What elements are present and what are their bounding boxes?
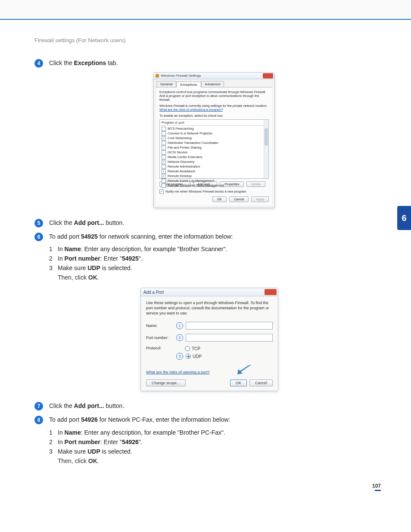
apply-button[interactable]: Apply — [251, 196, 269, 202]
para2a: Windows Firewall is currently using sett… — [159, 104, 268, 108]
substep: 3Make sure UDP is selected. — [49, 264, 381, 271]
dialog-para2: Windows Firewall is currently using sett… — [159, 104, 269, 112]
dialog-para3: To enable an exception, select its check… — [159, 114, 269, 118]
list-item-label: Remote Desktop — [168, 174, 192, 178]
list-item[interactable]: Media Center Extenders — [161, 155, 268, 160]
page-number: 107 — [372, 483, 381, 491]
step-bullet: 4 — [34, 59, 43, 68]
list-item[interactable]: Remote Desktop — [161, 174, 268, 179]
risks-link[interactable]: What are the risks of unblocking a progr… — [159, 108, 223, 112]
notify-checkbox[interactable] — [159, 190, 164, 194]
list-item-label: File and Printer Sharing — [168, 146, 202, 149]
checkbox[interactable] — [162, 184, 166, 188]
checkbox[interactable] — [162, 127, 166, 131]
step-8-then: Then, click OK. — [58, 457, 381, 464]
svg-marker-0 — [237, 365, 251, 374]
step-bullet: 6 — [34, 233, 43, 241]
scroll-thumb[interactable] — [265, 128, 268, 146]
close-icon[interactable] — [265, 289, 277, 295]
marker-2: 2 — [176, 334, 183, 341]
list-item[interactable]: Core Networking — [161, 136, 268, 141]
dialog-footer: OK Cancel Apply — [159, 196, 269, 202]
substep-text: In Name: Enter any description, for exam… — [58, 429, 225, 436]
firewall-settings-dialog: Windows Firewall Settings General Except… — [153, 72, 275, 208]
step-8-text: To add port 54926 for Network PC-Fax, en… — [49, 415, 230, 425]
list-item[interactable]: Connect to a Network Projector — [161, 131, 268, 136]
tab-general[interactable]: General — [156, 81, 176, 87]
step-8-substeps: 1In Name: Enter any description, for exa… — [49, 429, 381, 455]
tab-advanced[interactable]: Advanced — [201, 81, 224, 87]
name-label: Name: — [146, 324, 176, 328]
checkbox[interactable] — [162, 136, 166, 140]
notify-label: Notify me when Windows Firewall blocks a… — [165, 190, 246, 193]
exceptions-listbox[interactable]: Program or port BITS PeercachingConnect … — [159, 119, 269, 179]
list-item[interactable]: Remote Scheduled Tasks Management — [161, 184, 268, 188]
callout-arrow-icon — [237, 365, 251, 374]
dialog-body: Exceptions control how programs communic… — [156, 87, 272, 205]
checkbox[interactable] — [162, 169, 166, 174]
ok-button[interactable]: OK — [230, 380, 247, 386]
list-item-label: Remote Assistance — [168, 169, 195, 173]
dialog2-body: Use these settings to open a port throug… — [141, 296, 278, 391]
name-input[interactable] — [186, 322, 273, 330]
ok-button[interactable]: OK — [212, 196, 227, 202]
substep-number: 3 — [49, 264, 58, 271]
port-row: Port number: 2 — [146, 334, 273, 342]
checkbox[interactable] — [162, 165, 166, 169]
chapter-side-tab: 6 — [397, 206, 411, 230]
tcp-radio[interactable] — [185, 346, 190, 351]
substep-number: 1 — [49, 246, 58, 252]
list-item-label: Connect to a Network Projector — [168, 131, 212, 135]
step-bullet: 5 — [34, 219, 43, 227]
step-6-substeps: 1In Name: Enter any description, for exa… — [49, 246, 381, 271]
substep-number: 3 — [49, 448, 58, 455]
checkbox[interactable] — [162, 160, 166, 164]
checkbox[interactable] — [162, 155, 166, 159]
list-item[interactable]: File and Printer Sharing — [161, 146, 268, 150]
shield-icon — [156, 74, 159, 78]
udp-label: UDP — [193, 354, 202, 359]
substep-number: 2 — [49, 439, 58, 445]
substep-number: 2 — [49, 255, 58, 262]
checkbox[interactable] — [162, 141, 166, 145]
close-icon[interactable] — [263, 73, 273, 78]
list-item[interactable]: Network Discovery — [161, 160, 268, 165]
dialog-titlebar: Windows Firewall Settings — [154, 73, 274, 79]
list-item-label: Core Networking — [168, 136, 192, 140]
step-6: 6 To add port 54925 for network scanning… — [34, 232, 381, 242]
list-item[interactable]: Remote Event Log Management — [161, 179, 268, 184]
substep-text: Make sure UDP is selected. — [58, 448, 132, 455]
checkbox[interactable] — [162, 146, 166, 150]
step-6-text: To add port 54925 for network scanning, … — [49, 232, 233, 242]
port-input[interactable] — [186, 334, 273, 342]
marker-1: 1 — [176, 322, 183, 329]
checkbox[interactable] — [162, 150, 166, 155]
dialog2-desc: Use these settings to open a port throug… — [146, 301, 273, 316]
scrollbar[interactable] — [264, 120, 268, 178]
list-item[interactable]: iSCSI Service — [161, 150, 268, 155]
tab-exceptions[interactable]: Exceptions — [176, 81, 201, 87]
cancel-button[interactable]: Cancel — [249, 380, 273, 386]
checkbox[interactable] — [162, 131, 166, 136]
checkbox[interactable] — [162, 179, 166, 183]
substep: 2In Port number: Enter "54925". — [49, 255, 381, 262]
list-item[interactable]: Distributed Transaction Coordinator — [161, 141, 268, 146]
udp-radio[interactable] — [186, 354, 191, 359]
step-bullet: 8 — [34, 416, 43, 424]
risks-link[interactable]: What are the risks of opening a port? — [146, 370, 210, 374]
section-header: Firewall settings (For Network users) — [34, 37, 381, 44]
dialog2-footer: Change scope... OK Cancel — [146, 380, 273, 386]
list-item[interactable]: Remote Assistance — [161, 169, 268, 174]
cancel-button[interactable]: Cancel — [229, 196, 249, 202]
list-item[interactable]: BITS Peercaching — [161, 127, 268, 131]
port-label: Port number: — [146, 336, 176, 340]
add-port-dialog: Add a Port Use these settings to open a … — [140, 288, 278, 391]
list-item[interactable]: Remote Administration — [161, 165, 268, 169]
dialog-title: Windows Firewall Settings — [161, 74, 201, 78]
checkbox[interactable] — [162, 174, 166, 178]
list-item-label: BITS Peercaching — [168, 127, 193, 131]
step-7: 7 Click the Add port... button. — [34, 401, 381, 411]
notify-checkbox-row[interactable]: Notify me when Windows Firewall blocks a… — [159, 190, 269, 194]
list-item-label: Network Discovery — [168, 160, 195, 164]
change-scope-button[interactable]: Change scope... — [146, 380, 186, 386]
